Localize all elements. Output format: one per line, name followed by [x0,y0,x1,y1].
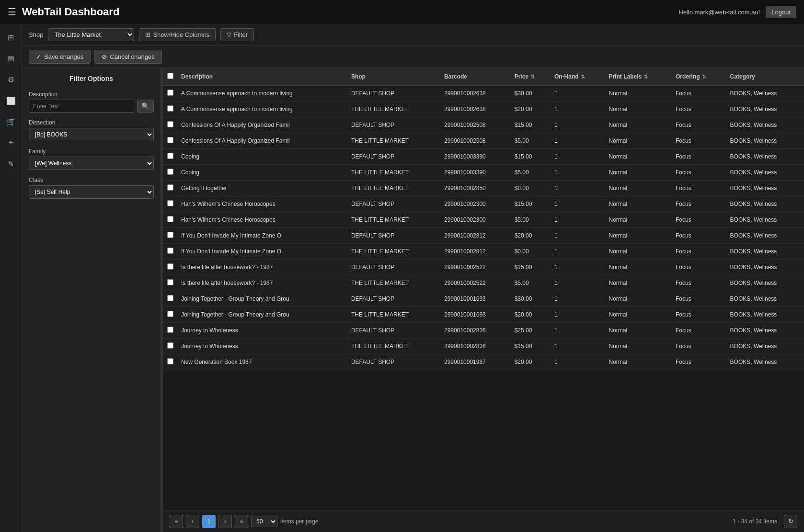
row-barcode: 2990010002508 [440,117,511,133]
row-price: $15.00 [511,149,551,165]
table-row: If You Don't Invade My Intimate Zone O T… [163,244,804,260]
sidebar-item-document[interactable]: ⬜ [2,92,20,109]
next-page-button[interactable]: › [218,515,232,528]
row-print-labels: Normal [605,149,672,165]
sidebar-item-settings[interactable]: ⚙ [2,71,20,88]
family-label: Family [29,148,154,155]
save-changes-button[interactable]: ✓ Save changes [29,50,91,64]
filter-button[interactable]: ▽ Filter [220,28,254,41]
row-category: BOOKS, Wellness [726,291,804,307]
row-checkbox[interactable] [167,248,173,254]
col-onhand: On-Hand ⇅ [551,68,605,86]
row-print-labels: Normal [605,102,672,117]
row-checkbox[interactable] [167,327,173,333]
col-shop: Shop [347,68,440,86]
row-category: BOOKS, Wellness [726,354,804,370]
row-checkbox[interactable] [167,358,173,364]
sidebar-item-grid[interactable]: ⊞ [2,29,20,46]
row-checkbox[interactable] [167,216,173,222]
description-filter-group: Description 🔍 [29,91,154,113]
row-category: BOOKS, Wellness [726,196,804,212]
row-barcode: 2990010002812 [440,228,511,244]
sidebar-item-chart[interactable]: ▤ [2,50,20,67]
row-checkbox[interactable] [167,169,173,175]
family-select[interactable]: [We] Wellness [29,157,154,170]
class-select[interactable]: [Se] Self Help [29,185,154,199]
row-onhand: 1 [551,149,605,165]
description-input[interactable] [29,100,135,113]
row-shop: DEFAULT SHOP [347,86,440,102]
row-onhand: 1 [551,117,605,133]
user-greeting: Hello mark@web-tail.com.au! [678,9,760,16]
row-checkbox[interactable] [167,121,173,127]
row-barcode: 2990010002812 [440,244,511,260]
cancel-changes-button[interactable]: ⊘ Cancel changes [94,50,161,64]
show-hide-columns-button[interactable]: ⊞ Show/Hide Columns [139,28,216,41]
logout-button[interactable]: Logout [766,6,796,18]
row-checkbox[interactable] [167,184,173,191]
row-checkbox-cell [163,228,177,244]
row-checkbox-cell [163,212,177,228]
select-all-checkbox[interactable] [167,73,173,79]
row-onhand: 1 [551,307,605,323]
row-checkbox[interactable] [167,232,173,238]
row-checkbox-cell [163,102,177,117]
row-print-labels: Normal [605,323,672,339]
row-checkbox[interactable] [167,263,173,270]
page-1-button[interactable]: 1 [202,515,216,528]
sidebar-item-user[interactable]: ✎ [2,155,20,172]
row-description: Han's Wilhem's Chinese Horoscopes [177,212,347,228]
row-checkbox[interactable] [167,90,173,96]
row-barcode: 2990010003390 [440,165,511,181]
onhand-sort-icon[interactable]: ⇅ [581,74,585,80]
table-row: Han's Wilhem's Chinese Horoscopes DEFAUL… [163,196,804,212]
first-page-button[interactable]: « [170,515,183,528]
shop-select[interactable]: The Little Market [48,28,134,41]
row-checkbox[interactable] [167,295,173,301]
sidebar-item-cart[interactable]: 🛒 [2,113,20,130]
action-bar: ✓ Save changes ⊘ Cancel changes [22,46,804,68]
row-ordering: Focus [672,165,726,181]
ordering-sort-icon[interactable]: ⇅ [702,74,706,80]
row-barcode: 2990010002638 [440,86,511,102]
row-checkbox[interactable] [167,105,173,112]
row-print-labels: Normal [605,354,672,370]
dissection-select[interactable]: [Bo] BOOKS [29,128,154,141]
prev-page-button[interactable]: ‹ [186,515,199,528]
cancel-icon: ⊘ [102,53,107,60]
row-onhand: 1 [551,291,605,307]
row-category: BOOKS, Wellness [726,323,804,339]
row-checkbox[interactable] [167,200,173,206]
sidebar-item-list[interactable]: ≡ [2,134,20,151]
row-ordering: Focus [672,133,726,149]
row-checkbox[interactable] [167,137,173,143]
per-page-select[interactable]: 25 50 100 200 [251,516,277,527]
printlabels-sort-icon[interactable]: ⇅ [643,74,648,80]
row-category: BOOKS, Wellness [726,165,804,181]
row-price: $5.00 [511,212,551,228]
price-sort-icon[interactable]: ⇅ [530,74,535,80]
row-checkbox[interactable] [167,153,173,159]
col-barcode: Barcode [440,68,511,86]
col-price: Price ⇅ [511,68,551,86]
row-ordering: Focus [672,196,726,212]
row-onhand: 1 [551,86,605,102]
row-print-labels: Normal [605,228,672,244]
row-checkbox[interactable] [167,342,173,349]
last-page-button[interactable]: » [235,515,248,528]
table-row: Confessions Of A Happily Organized Famil… [163,133,804,149]
shop-label: Shop [29,31,43,38]
row-description: Joining Together - Group Theory and Grou [177,291,347,307]
row-description: Coping [177,149,347,165]
data-table: Description Shop Barcode Price ⇅ [163,68,804,370]
row-checkbox[interactable] [167,311,173,317]
row-description: A Commonsense approach to modern living [177,86,347,102]
description-search-button[interactable]: 🔍 [137,100,154,113]
row-price: $5.00 [511,133,551,149]
hamburger-icon[interactable]: ☰ [8,6,16,18]
refresh-button[interactable]: ↻ [784,515,797,528]
row-price: $15.00 [511,117,551,133]
row-description: If You Don't Invade My Intimate Zone O [177,244,347,260]
row-onhand: 1 [551,212,605,228]
row-checkbox[interactable] [167,279,173,285]
